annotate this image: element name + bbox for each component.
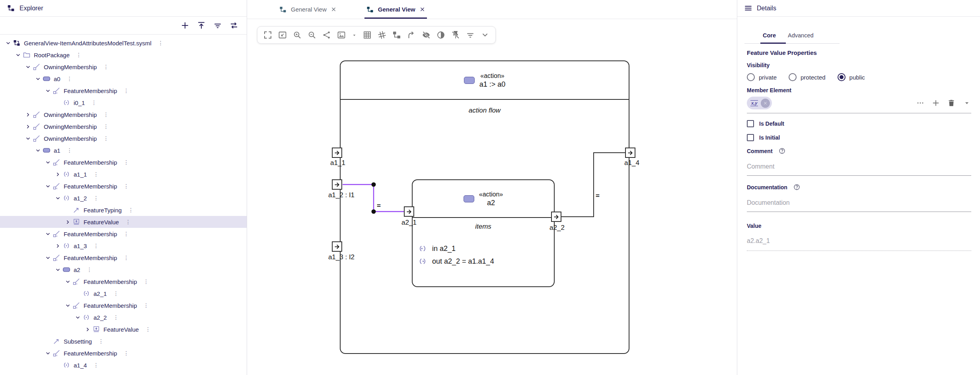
tree-row-menu-icon[interactable]: ⋮ <box>113 290 118 297</box>
tree-row-menu-icon[interactable]: ⋮ <box>93 243 98 249</box>
tree-row-i0-1[interactable]: i0_1⋮ <box>0 97 247 109</box>
toggle-snapping-button[interactable] <box>377 30 387 40</box>
editor-tab-2[interactable]: General View <box>359 0 433 19</box>
visibility-option-public[interactable]: public <box>838 73 865 81</box>
toggle-grid-button[interactable] <box>362 30 372 40</box>
chevron-right-icon[interactable] <box>63 219 72 225</box>
checkbox-unchecked-icon[interactable] <box>747 134 754 141</box>
tree-row-menu-icon[interactable]: ⋮ <box>103 64 108 70</box>
tree-row-a1-2[interactable]: a1_2⋮ <box>0 192 247 204</box>
radio-icon[interactable] <box>747 73 755 81</box>
tree-row-menu-icon[interactable]: ⋮ <box>91 99 96 106</box>
tree-row-featurevalue[interactable]: FeatureValue⋮ <box>0 216 247 228</box>
tree-row-a1-3[interactable]: a1_3⋮ <box>0 240 247 252</box>
tree-row-owningmembership[interactable]: OwningMembership⋮ <box>0 120 247 132</box>
comment-input[interactable]: Comment <box>747 163 971 170</box>
chevron-right-icon[interactable] <box>53 171 62 178</box>
tree-row-menu-icon[interactable]: ⋮ <box>123 183 129 189</box>
edge-bendpoint-dot[interactable] <box>372 183 376 187</box>
port-a1_2[interactable] <box>332 179 342 190</box>
add-reference-button[interactable] <box>931 99 940 107</box>
tree-row-menu-icon[interactable]: ⋮ <box>93 362 98 368</box>
chevron-down-icon[interactable] <box>43 159 53 166</box>
port-a1_1[interactable] <box>332 148 342 158</box>
item-out[interactable]: out a2_2 = a1.a1_4 <box>418 255 494 268</box>
chevron-down-icon[interactable] <box>63 278 72 285</box>
tree-row-featuremembership[interactable]: FeatureMembership⋮ <box>0 276 247 288</box>
arrange-all-button[interactable] <box>392 30 401 40</box>
synchronize-selection-button[interactable] <box>229 21 239 30</box>
tree-row-rootpackage[interactable]: RootPackage⋮ <box>0 49 247 61</box>
tree-row-a2-1[interactable]: a2_1⋮ <box>0 288 247 299</box>
unpin-elements-button[interactable] <box>451 30 460 40</box>
chevron-down-icon[interactable] <box>63 302 72 309</box>
tree-row-menu-icon[interactable]: ⋮ <box>125 219 131 225</box>
tree-row-a2[interactable]: a2⋮ <box>0 264 247 276</box>
share-diagram-button[interactable] <box>322 30 331 40</box>
export-image-caret-icon[interactable] <box>351 30 357 40</box>
tree-row-owningmembership[interactable]: OwningMembership⋮ <box>0 132 247 144</box>
port-a2_2[interactable] <box>551 212 561 222</box>
tree-row-menu-icon[interactable]: ⋮ <box>113 314 118 321</box>
tree-row-menu-icon[interactable]: ⋮ <box>123 350 129 356</box>
tree-row-menu-icon[interactable]: ⋮ <box>123 231 129 237</box>
visibility-option-protected[interactable]: protected <box>789 73 826 81</box>
tree-row-a1[interactable]: a1⋮ <box>0 144 247 156</box>
help-icon[interactable] <box>793 183 801 191</box>
tree-row-featuremembership[interactable]: FeatureMembership⋮ <box>0 180 247 192</box>
tree-row-owningmembership[interactable]: OwningMembership⋮ <box>0 109 247 120</box>
details-tab-advanced[interactable]: Advanced <box>788 32 814 39</box>
port-a2_1[interactable] <box>404 206 414 217</box>
tree-row-menu-icon[interactable]: ⋮ <box>98 338 103 344</box>
chevron-down-icon[interactable] <box>3 40 13 47</box>
help-icon[interactable] <box>778 147 786 155</box>
close-icon[interactable] <box>331 6 337 12</box>
tree-row-featuremembership[interactable]: FeatureMembership⋮ <box>0 252 247 264</box>
tree-row-menu-icon[interactable]: ⋮ <box>158 40 163 46</box>
tree-row-generalview-itemandattributesmodeltest-sysml[interactable]: GeneralView-ItemAndAttributesModelTest.s… <box>0 37 247 49</box>
tree-row-menu-icon[interactable]: ⋮ <box>93 195 98 201</box>
tree-row-subsetting[interactable]: Subsetting⋮ <box>0 335 247 347</box>
tree-row-menu-icon[interactable]: ⋮ <box>103 135 108 142</box>
chevron-down-icon[interactable] <box>53 195 62 202</box>
hamburger-menu-icon[interactable] <box>744 4 752 12</box>
upload-model-button[interactable] <box>197 21 206 30</box>
chevron-down-icon[interactable] <box>43 255 53 261</box>
radio-selected-icon[interactable] <box>838 73 846 81</box>
zoom-out-button[interactable] <box>307 30 317 40</box>
fade-elements-button[interactable] <box>436 30 446 40</box>
tree-row-owningmembership[interactable]: OwningMembership⋮ <box>0 61 247 73</box>
tree-row-a1-1[interactable]: a1_1⋮ <box>0 168 247 180</box>
tree-row-menu-icon[interactable]: ⋮ <box>143 302 148 309</box>
tree-row-a2-2[interactable]: a2_2⋮ <box>0 311 247 323</box>
tree-row-menu-icon[interactable]: ⋮ <box>123 159 129 165</box>
chevron-down-icon[interactable] <box>33 147 43 154</box>
chevron-right-icon[interactable] <box>83 326 92 333</box>
tree-row-menu-icon[interactable]: ⋮ <box>145 326 150 332</box>
port-a1_4[interactable] <box>625 148 635 158</box>
tree-row-menu-icon[interactable]: ⋮ <box>67 147 72 153</box>
diagram-node-a2[interactable]: «action» a2 items in a2_1out a2_2 = a1.a… <box>412 179 555 287</box>
chevron-down-icon[interactable] <box>53 266 62 273</box>
details-tab-core[interactable]: Core <box>763 32 776 39</box>
chevron-down-icon[interactable] <box>43 183 53 190</box>
tree-row-menu-icon[interactable]: ⋮ <box>67 76 72 82</box>
item-in[interactable]: in a2_1 <box>418 242 494 255</box>
chevron-right-icon[interactable] <box>23 123 33 130</box>
export-image-button[interactable] <box>337 30 346 40</box>
filter-tree-button[interactable] <box>213 21 222 30</box>
expand-more-button[interactable] <box>480 30 490 40</box>
expand-reference-button[interactable] <box>962 99 971 107</box>
edge-bendpoint-dot[interactable] <box>372 210 376 214</box>
tree-row-menu-icon[interactable]: ⋮ <box>103 123 108 130</box>
documentation-input[interactable]: Documentation <box>747 199 971 206</box>
checkbox-unchecked-icon[interactable] <box>747 120 754 127</box>
more-options-button[interactable] <box>916 99 925 107</box>
chevron-down-icon[interactable] <box>43 350 53 357</box>
new-object-button[interactable] <box>180 21 190 30</box>
chevron-down-icon[interactable] <box>23 64 33 70</box>
tree-row-menu-icon[interactable]: ⋮ <box>87 266 92 273</box>
chevron-right-icon[interactable] <box>23 111 33 118</box>
chevron-down-icon[interactable] <box>73 314 82 321</box>
tree-row-menu-icon[interactable]: ⋮ <box>76 52 81 58</box>
